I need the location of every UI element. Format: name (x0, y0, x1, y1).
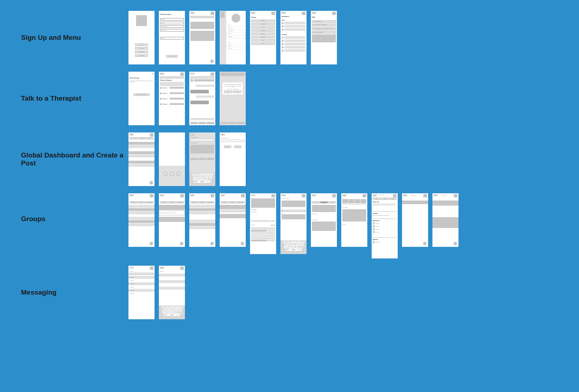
compose-option[interactable] (163, 172, 168, 176)
suggestion[interactable] (190, 158, 198, 160)
hamburger-icon[interactable] (180, 73, 184, 76)
hamburger-icon[interactable] (271, 194, 275, 197)
group-item[interactable] (128, 223, 155, 226)
menu-home[interactable]: Home (226, 24, 246, 27)
modal-yes-button[interactable]: Yes (224, 90, 232, 93)
group-row[interactable] (189, 220, 215, 223)
submit-key[interactable]: Submit (198, 181, 207, 183)
keyboard[interactable]: QWERTYUIOP ASDFGHJKL ⇧ZXCVBNM⌫ 123Submit… (280, 240, 307, 254)
compose-option[interactable] (176, 172, 181, 176)
hamburger-icon[interactable] (423, 194, 427, 197)
message-textarea[interactable] (190, 145, 214, 153)
group-card[interactable] (159, 217, 185, 222)
group-item[interactable] (128, 208, 155, 211)
back-button[interactable]: Back (190, 134, 194, 135)
keyboard[interactable]: QWERTYUIOP ASDFGHJKL ⇧ZXCVBNM⌫ 123Submit… (189, 172, 215, 186)
modal-no-button[interactable]: No (233, 90, 241, 93)
password-field[interactable]: Password (160, 22, 184, 24)
keyboard[interactable]: QWERTYUIOP ASDFGHJKL ⇧ZXCVBNM⌫ 123space⏎ (159, 305, 185, 319)
hamburger-icon[interactable] (302, 12, 305, 15)
back-button[interactable]: Back (403, 194, 407, 196)
signup-button[interactable]: Sign Up (135, 43, 148, 46)
message-row[interactable]: Contact 4 (128, 286, 155, 288)
connect-therapist-button[interactable]: Connect to a Therapist (134, 93, 149, 96)
message-row[interactable]: Contact 6 (128, 292, 155, 295)
group-row[interactable] (189, 226, 215, 229)
message-row[interactable]: Contact 2 (128, 279, 155, 282)
back-button[interactable]: Back (434, 194, 438, 196)
hamburger-icon[interactable] (332, 194, 336, 197)
fab-button[interactable] (453, 242, 457, 245)
hamburger-icon[interactable] (241, 194, 245, 197)
faq-item[interactable]: How do I get started? (312, 20, 336, 23)
group-item[interactable] (128, 217, 155, 220)
back-button[interactable]: Back (190, 194, 194, 196)
group-item[interactable] (128, 220, 155, 223)
post-title-field[interactable] (282, 210, 305, 212)
faq-item[interactable]: Can I switch a therapist? (312, 31, 336, 34)
search-input[interactable] (130, 273, 153, 275)
hamburger-icon[interactable] (150, 134, 153, 136)
faq-item[interactable]: How do I connect with a therapist? (312, 24, 336, 26)
back-button[interactable] (251, 194, 255, 196)
submit-button[interactable]: Submit (224, 146, 231, 148)
fab-button[interactable] (241, 242, 244, 245)
settings-row[interactable]: Notifications (251, 23, 275, 25)
hamburger-icon[interactable] (393, 194, 397, 197)
settings-row[interactable]: About (251, 39, 275, 42)
settings-row[interactable]: Language (251, 20, 275, 22)
back-button[interactable]: Back (221, 134, 225, 135)
hamburger-icon[interactable] (180, 194, 184, 197)
menu-notifications[interactable]: Notifications (226, 30, 246, 33)
menu-resources[interactable]: Resources (226, 27, 246, 30)
hamburger-icon[interactable] (271, 12, 275, 15)
create-account-button[interactable]: Create Account (166, 55, 178, 58)
therapist-card-selected[interactable] (160, 82, 184, 86)
group-card[interactable] (159, 205, 185, 210)
verify-password-field[interactable]: Verify Password (160, 25, 184, 28)
settings-row[interactable]: Log Out (251, 42, 275, 45)
chat-item[interactable] (159, 280, 185, 283)
suggestion[interactable] (207, 158, 214, 160)
back-button[interactable]: Back (160, 73, 164, 75)
close-icon[interactable]: X (152, 73, 153, 75)
dashboard-tabs[interactable] (190, 16, 214, 18)
username-field[interactable]: Username (160, 18, 184, 21)
menu-help[interactable]: Help (226, 41, 246, 44)
back-button[interactable]: Back (130, 134, 134, 135)
back-button[interactable] (282, 194, 286, 196)
hamburger-icon[interactable] (332, 12, 336, 15)
hamburger-icon[interactable] (211, 12, 214, 15)
dob-field[interactable]: Date of Birth (160, 29, 184, 31)
location-field[interactable]: Location (160, 37, 184, 39)
back-button[interactable]: Back (312, 12, 316, 14)
message-row[interactable]: Contact 3 (128, 282, 155, 285)
menu-settings[interactable]: Settings (226, 44, 246, 47)
settings-row[interactable]: Block List (251, 33, 275, 35)
hamburger-icon[interactable] (150, 267, 153, 270)
hamburger-icon[interactable] (302, 194, 305, 197)
settings-row[interactable]: Account Info (251, 29, 275, 32)
group-post[interactable] (220, 205, 246, 209)
chat-input[interactable] (190, 118, 214, 120)
suggestion[interactable] (199, 158, 206, 160)
group-post[interactable] (220, 214, 246, 218)
back-button[interactable]: Back (130, 194, 134, 196)
feed-item[interactable] (128, 164, 155, 167)
faq-item[interactable]: How does matching work and what does it … (312, 27, 336, 30)
back-button[interactable]: Back (312, 194, 316, 196)
category-select[interactable] (190, 139, 214, 141)
hamburger-icon[interactable] (150, 194, 153, 197)
back-button[interactable]: Back (251, 12, 255, 14)
fab-button[interactable] (423, 242, 427, 245)
chat-item[interactable] (159, 274, 185, 277)
back-button[interactable] (190, 73, 194, 75)
email-login-button[interactable]: Email Login (135, 54, 148, 57)
group-row[interactable] (189, 208, 215, 211)
message-row[interactable]: Contact 5 (128, 289, 155, 292)
apple-login-button[interactable]: Apple Login (135, 47, 148, 50)
chat-item[interactable] (159, 287, 185, 290)
group-row[interactable] (189, 205, 215, 208)
fab-button[interactable] (149, 242, 153, 245)
settings-row[interactable]: Privacy (251, 26, 275, 29)
